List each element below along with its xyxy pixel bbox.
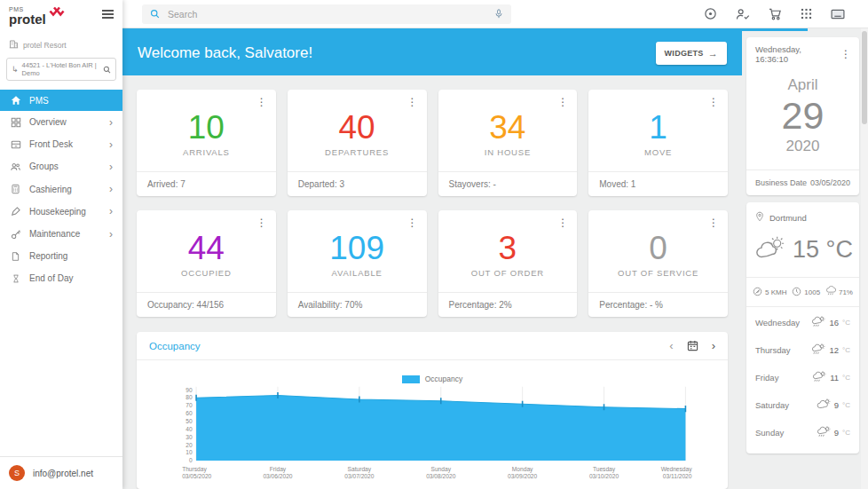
search-input[interactable] xyxy=(168,9,486,20)
card-menu-button[interactable]: ⋮ xyxy=(402,94,423,110)
chart-controls: ‹ › xyxy=(669,340,715,351)
brand-logo: PMS protel xyxy=(9,6,46,26)
stat-cards-grid: ⋮10ARRIVALSArrived: 7⋮40DEPARTURESDepart… xyxy=(122,75,742,317)
sidebar-item-end-of-day[interactable]: End of Day xyxy=(0,267,122,289)
forecast-day: Thursday xyxy=(755,345,791,355)
stat-label: DEPARTURES xyxy=(325,147,389,157)
clock-menu-button[interactable]: ⋮ xyxy=(836,48,856,60)
hotel-selector-value: 44521 - L'Hotel Bon AIR | Demo xyxy=(22,61,99,77)
card-menu-button[interactable]: ⋮ xyxy=(251,94,272,110)
calendar-icon[interactable] xyxy=(687,340,698,351)
forecast-unit: °C xyxy=(842,346,850,354)
stat-value: 0 xyxy=(649,232,667,264)
forecast-temp: 12 xyxy=(829,345,839,355)
stat-label: MOVE xyxy=(644,147,672,157)
card-panel-icon[interactable] xyxy=(831,9,845,20)
topbar-icons xyxy=(704,7,859,20)
location-pin-icon xyxy=(755,211,764,224)
widgets-button[interactable]: WIDGETS → xyxy=(656,42,727,65)
sidebar-item-pms[interactable]: PMS xyxy=(0,90,122,111)
sidebar-item-groups[interactable]: Groups› xyxy=(0,155,122,177)
microphone-icon[interactable] xyxy=(494,8,503,20)
welcome-title: Welcome back, Salvatore! xyxy=(138,44,312,62)
svg-text:Friday: Friday xyxy=(270,466,287,473)
forecast-unit: °C xyxy=(842,401,850,409)
stat-value: 34 xyxy=(489,111,525,144)
card-menu-button[interactable]: ⋮ xyxy=(703,215,724,231)
rain-sun-icon xyxy=(811,371,826,385)
svg-text:50: 50 xyxy=(185,418,193,424)
stat-footer: Percentage: 2% xyxy=(438,293,578,317)
sidebar-item-label: Groups xyxy=(29,162,59,171)
stat-card-out-of-order: ⋮3OUT OF ORDERPercentage: 2% xyxy=(438,210,578,317)
search-small-icon xyxy=(103,66,111,74)
svg-text:20: 20 xyxy=(185,442,193,448)
sidebar-item-overview[interactable]: Overview› xyxy=(0,111,122,133)
sidebar-active-label: PMS xyxy=(29,96,49,106)
card-menu-button[interactable]: ⋮ xyxy=(552,94,573,110)
forecast-temp: 11 xyxy=(830,373,839,383)
avatar[interactable]: S xyxy=(9,465,25,481)
hamburger-menu-icon[interactable] xyxy=(102,10,114,19)
chevron-left-icon[interactable]: ‹ xyxy=(669,340,673,351)
sidebar-item-label: Overview xyxy=(29,117,67,127)
maintenance-icon xyxy=(10,229,21,240)
svg-text:03/10/2020: 03/10/2020 xyxy=(589,473,619,479)
stat-footer: Occupancy: 44/156 xyxy=(137,293,276,317)
logo-row: PMS protel xyxy=(0,0,122,30)
sidebar-item-front-desk[interactable]: Front Desk› xyxy=(0,133,122,155)
stat-footer: Availability: 70% xyxy=(288,293,427,317)
stat-card-arrivals: ⋮10ARRIVALSArrived: 7 xyxy=(137,90,276,196)
forecast-temp: 16 xyxy=(829,318,839,327)
compass-icon xyxy=(753,287,762,298)
legend-label: Occupancy xyxy=(425,375,463,383)
svg-text:30: 30 xyxy=(185,434,193,440)
target-icon[interactable] xyxy=(704,7,717,20)
chevron-right-icon[interactable]: › xyxy=(712,340,715,351)
stat-label: IN HOUSE xyxy=(485,147,531,157)
card-menu-button[interactable]: ⋮ xyxy=(251,215,272,231)
hotel-selector[interactable]: ↳ 44521 - L'Hotel Bon AIR | Demo xyxy=(6,58,116,81)
protel-arrows-logo-icon xyxy=(48,6,66,22)
clock-header: Wednesday, 16:36:10 ⋮ xyxy=(746,37,859,64)
sidebar-item-housekeeping[interactable]: Housekeeping› xyxy=(0,201,122,223)
home-icon xyxy=(10,95,21,106)
weather-stats-row: 5 KMH 1005 71% xyxy=(746,277,859,306)
scrollbar-thumb[interactable] xyxy=(862,31,867,124)
end-of-day-icon xyxy=(10,273,21,284)
stat-label: OCCUPIED xyxy=(181,268,232,278)
stat-label: AVAILABLE xyxy=(332,268,383,278)
svg-text:0: 0 xyxy=(189,457,193,463)
forecast-day: Sunday xyxy=(755,428,784,438)
sidebar-item-reporting[interactable]: Reporting xyxy=(0,245,122,267)
sidebar-item-label: Reporting xyxy=(29,251,67,261)
groups-icon xyxy=(10,162,21,172)
chevron-right-icon: › xyxy=(109,206,113,217)
rain-sun-icon xyxy=(816,426,831,440)
sidebar-menu: Overview›Front Desk›Groups›Cashiering›Ho… xyxy=(0,111,122,290)
vertical-scrollbar xyxy=(861,28,868,489)
date-block: April 29 2020 xyxy=(746,64,859,170)
svg-text:03/08/2020: 03/08/2020 xyxy=(426,473,455,479)
legend-swatch xyxy=(402,375,420,383)
chart-legend: Occupancy xyxy=(137,375,728,383)
svg-text:Saturday: Saturday xyxy=(348,466,372,473)
global-search xyxy=(142,4,511,24)
user-check-icon[interactable] xyxy=(736,8,750,20)
cart-icon[interactable] xyxy=(769,8,782,20)
svg-text:Thursday: Thursday xyxy=(182,466,207,473)
business-date-value: 03/05/2020 xyxy=(810,178,850,187)
sidebar-item-label: End of Day xyxy=(29,273,73,283)
sidebar-item-maintenance[interactable]: Maintenance› xyxy=(0,223,122,245)
card-menu-button[interactable]: ⋮ xyxy=(402,215,423,231)
cashiering-icon xyxy=(10,184,21,194)
occupancy-chart-card: Occupancy ‹ › Occupancy 0102030 xyxy=(137,332,728,489)
chart-header: Occupancy ‹ › xyxy=(137,332,728,360)
footer-email-link[interactable]: info@protel.net xyxy=(33,469,93,478)
apps-grid-icon[interactable] xyxy=(801,8,812,20)
card-menu-button[interactable]: ⋮ xyxy=(552,215,573,231)
svg-text:Tuesday: Tuesday xyxy=(593,466,616,473)
sidebar-item-cashiering[interactable]: Cashiering› xyxy=(0,178,122,201)
card-menu-button[interactable]: ⋮ xyxy=(703,94,724,110)
sun-cloud-icon xyxy=(753,234,790,264)
